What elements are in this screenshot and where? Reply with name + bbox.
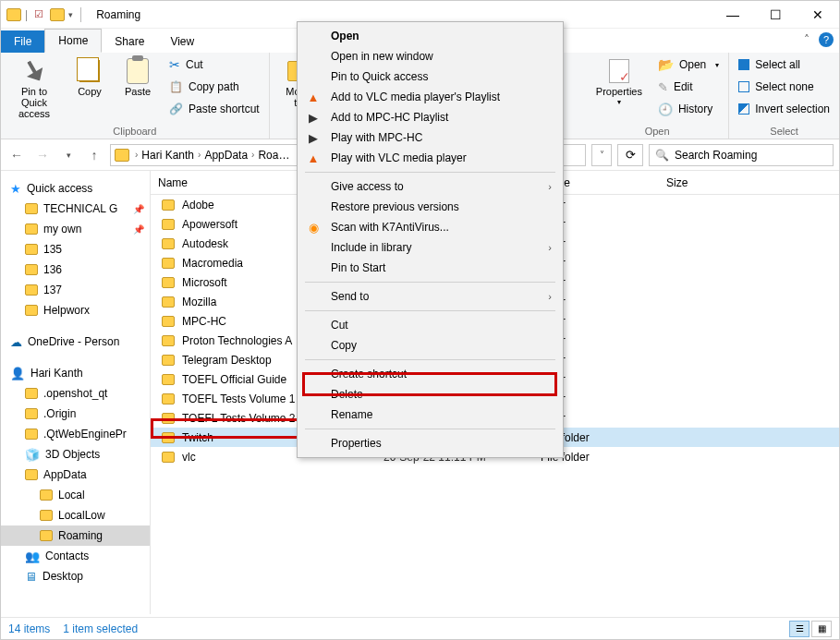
ctx-cut[interactable]: Cut [298, 315, 563, 335]
ctx-create-shortcut[interactable]: Create shortcut [298, 364, 563, 384]
tab-file[interactable]: File [1, 30, 44, 53]
thumbnails-view-button[interactable]: ▦ [811, 621, 832, 637]
vlc-icon: ▲ [305, 151, 322, 165]
ctx-scan-k7[interactable]: ◉Scan with K7AntiVirus... [298, 217, 563, 237]
breadcrumb-item[interactable]: AppData [202, 149, 250, 162]
folder-icon [25, 244, 38, 255]
ctx-properties[interactable]: Properties [298, 433, 563, 453]
paste-button[interactable]: Paste [117, 54, 158, 101]
ctx-play-mpc[interactable]: ▶Play with MPC-HC [298, 127, 563, 148]
navigation-tree[interactable]: ★Quick access TECHNICAL G📌 my own📌 135 1… [1, 171, 151, 614]
chevron-right-icon[interactable]: › [135, 150, 138, 160]
tree-item[interactable]: Helpworx [1, 300, 150, 320]
forward-button[interactable]: → [32, 145, 53, 165]
details-view-button[interactable]: ☰ [789, 621, 810, 637]
tree-item[interactable]: Local [1, 485, 150, 505]
up-button[interactable]: ↑ [84, 145, 104, 165]
help-icon[interactable]: ? [819, 32, 834, 47]
qat-check-icon[interactable]: ☑ [31, 7, 46, 22]
ctx-restore-versions[interactable]: Restore previous versions [298, 197, 563, 217]
invert-selection-button[interactable]: Invert selection [735, 99, 834, 119]
ribbon-collapse-icon[interactable]: ˄ [804, 33, 810, 46]
properties-button[interactable]: Properties ▾ [591, 54, 647, 111]
maximize-button[interactable]: ☐ [754, 1, 797, 29]
ctx-rename[interactable]: Rename [298, 405, 563, 425]
ctx-copy[interactable]: Copy [298, 335, 563, 356]
cut-button[interactable]: Cut [165, 54, 263, 75]
pin-to-quick-access-button[interactable]: Pin to Quick access [6, 54, 62, 123]
copy-path-button[interactable]: Copy path [165, 77, 263, 97]
tab-share[interactable]: Share [102, 30, 157, 53]
open-button[interactable]: Open▾ [654, 54, 723, 75]
tree-onedrive[interactable]: ☁OneDrive - Person [1, 332, 150, 352]
ctx-send-to[interactable]: Send to› [298, 286, 563, 307]
edit-button[interactable]: Edit [654, 77, 723, 97]
tree-quick-access[interactable]: ★Quick access [1, 178, 150, 199]
breadcrumb-dropdown[interactable]: ˅ [591, 144, 612, 166]
tree-user[interactable]: 👤Hari Kanth [1, 363, 150, 383]
tree-item[interactable]: 👥Contacts [1, 546, 150, 566]
tree-item[interactable]: .QtWebEnginePr [1, 424, 150, 444]
tree-item[interactable]: 🧊3D Objects [1, 444, 150, 465]
folder-icon [40, 510, 53, 521]
ctx-give-access[interactable]: Give access to› [298, 176, 563, 197]
col-size[interactable]: Size [659, 176, 733, 189]
cube-icon: 🧊 [25, 448, 40, 462]
tree-item[interactable]: .Origin [1, 404, 150, 424]
chevron-right-icon: › [548, 181, 552, 192]
history-button[interactable]: History [654, 99, 723, 119]
ctx-vlc-playlist[interactable]: ▲Add to VLC media player's Playlist [298, 87, 563, 107]
refresh-button[interactable]: ⟳ [617, 144, 643, 166]
ctx-mpc-playlist[interactable]: ▶Add to MPC-HC Playlist [298, 107, 563, 127]
mpc-icon: ▶ [305, 111, 322, 125]
chevron-right-icon[interactable]: › [198, 150, 201, 160]
ctx-pin-quick-access[interactable]: Pin to Quick access [298, 66, 563, 87]
recent-locations-button[interactable]: ▾ [58, 145, 79, 165]
tree-item[interactable]: 137 [1, 280, 150, 300]
tree-item[interactable]: .openshot_qt [1, 383, 150, 404]
ctx-play-vlc[interactable]: ▲Play with VLC media player [298, 148, 563, 168]
ctx-include-library[interactable]: Include in library› [298, 237, 563, 258]
folder-icon [50, 8, 65, 21]
contacts-icon: 👥 [25, 549, 40, 563]
tree-item-roaming[interactable]: Roaming [1, 525, 150, 546]
search-placeholder: Search Roaming [675, 149, 757, 162]
separator [305, 172, 555, 173]
group-label: Open [645, 126, 670, 139]
tree-item[interactable]: TECHNICAL G📌 [1, 199, 150, 219]
qat-dropdown-icon[interactable]: ▾ [68, 10, 73, 19]
status-item-count: 14 items [8, 622, 50, 635]
tree-item[interactable]: 136 [1, 260, 150, 280]
ctx-open-new-window[interactable]: Open in new window [298, 46, 563, 66]
tab-view[interactable]: View [157, 30, 207, 53]
ctx-open[interactable]: Open [298, 26, 563, 46]
tree-item[interactable]: LocalLow [1, 505, 150, 525]
open-icon [658, 57, 674, 72]
pin-icon: 📌 [133, 224, 144, 235]
status-bar: 14 items 1 item selected ☰ ▦ [1, 617, 839, 639]
chevron-right-icon[interactable]: › [251, 150, 254, 160]
select-all-button[interactable]: Select all [735, 54, 834, 75]
ribbon-group-select: Select all Select none Invert selection … [729, 53, 839, 139]
tree-item[interactable]: 135 [1, 239, 150, 260]
folder-icon [25, 284, 38, 296]
cloud-icon: ☁ [10, 335, 22, 349]
tree-item[interactable]: AppData [1, 465, 150, 485]
tree-item[interactable]: 🖥Desktop [1, 566, 150, 586]
breadcrumb-item[interactable]: Roa… [256, 149, 291, 162]
ctx-pin-start[interactable]: Pin to Start [298, 258, 563, 278]
select-none-button[interactable]: Select none [735, 77, 834, 97]
copy-button[interactable]: Copy [69, 54, 110, 101]
copy-icon [79, 60, 100, 82]
close-button[interactable]: ✕ [797, 1, 839, 29]
window-title: Roaming [91, 8, 140, 21]
paste-shortcut-button[interactable]: Paste shortcut [165, 99, 263, 119]
ctx-delete[interactable]: Delete [298, 384, 563, 405]
tab-home[interactable]: Home [44, 29, 102, 53]
breadcrumb-item[interactable]: Hari Kanth [140, 149, 196, 162]
tree-item[interactable]: my own📌 [1, 219, 150, 239]
back-button[interactable]: ← [6, 145, 27, 165]
minimize-button[interactable]: — [712, 1, 754, 29]
group-label: Select [770, 126, 798, 139]
search-input[interactable]: Search Roaming [649, 144, 834, 166]
